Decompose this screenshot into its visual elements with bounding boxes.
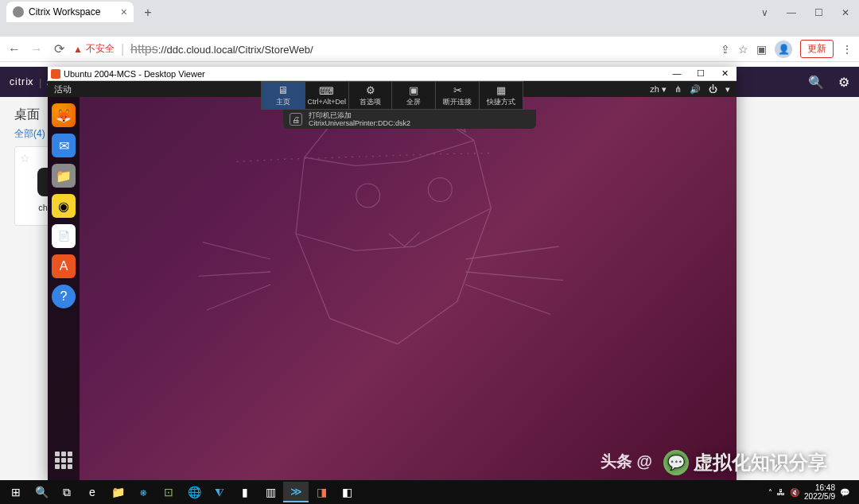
- network-icon[interactable]: ⋔: [674, 84, 682, 95]
- svg-marker-0: [296, 107, 491, 344]
- toolbar-fullscreen-button[interactable]: ▣ 全屏: [392, 82, 436, 109]
- viewer-toolbar: 🖥 主页 ⌨ Ctrl+Alt+Del ⚙ 首选项 ▣ 全屏 ✂ 断开连接 ▦ …: [261, 81, 523, 110]
- svg-point-4: [428, 178, 452, 202]
- toolbar-shortcuts-button[interactable]: ▦ 快捷方式: [480, 82, 523, 109]
- tab-close-icon[interactable]: ×: [121, 6, 127, 18]
- toolbar-cad-button[interactable]: ⌨ Ctrl+Alt+Del: [305, 82, 349, 109]
- reload-button[interactable]: ⟳: [51, 41, 67, 56]
- powershell-icon[interactable]: ≫: [283, 482, 309, 502]
- svg-line-9: [465, 272, 563, 281]
- taskview-button[interactable]: ⧉: [54, 482, 80, 502]
- favorite-star-icon[interactable]: ☆: [20, 152, 30, 165]
- app2-icon[interactable]: ▥: [258, 482, 283, 502]
- chrome-icon[interactable]: 🌐: [181, 482, 207, 502]
- browser-tab[interactable]: Citrix Workspace ×: [6, 2, 134, 22]
- new-tab-button[interactable]: +: [138, 3, 157, 22]
- svg-line-7: [207, 285, 270, 310]
- power-icon[interactable]: ⏻: [709, 84, 717, 94]
- xen-icon[interactable]: ⊡: [156, 482, 181, 502]
- watermark-text: 虚拟化知识分享: [694, 450, 827, 475]
- notifications-icon[interactable]: 💬: [840, 488, 849, 497]
- watermark: 💬 虚拟化知识分享: [663, 450, 827, 475]
- ubuntu-desktop[interactable]: [48, 97, 737, 480]
- app4-icon[interactable]: ◧: [334, 482, 360, 502]
- show-applications-button[interactable]: [52, 448, 76, 472]
- viewer-minimize-button[interactable]: —: [665, 68, 689, 79]
- security-label: 不安全: [86, 42, 115, 56]
- activities-button[interactable]: 活动: [54, 83, 72, 95]
- dock-help[interactable]: ?: [52, 285, 76, 308]
- dock-libreoffice[interactable]: 📄: [52, 224, 76, 248]
- tab-title: Citrix Workspace: [29, 6, 100, 17]
- tray-network-icon[interactable]: 🖧: [777, 488, 785, 497]
- search-icon[interactable]: 🔍: [808, 75, 824, 90]
- viewer-title: Ubuntu 2004-MCS - Desktop Viewer: [64, 69, 205, 79]
- svg-line-5: [203, 242, 270, 259]
- app3-icon[interactable]: ◨: [309, 482, 334, 502]
- monitor-icon: 🖥: [278, 84, 288, 96]
- maximize-button[interactable]: ☐: [805, 3, 832, 22]
- chrome-menu-icon[interactable]: ∨: [751, 3, 778, 22]
- chevron-down-icon[interactable]: ▾: [725, 84, 730, 95]
- bookmark-icon[interactable]: ☆: [738, 43, 748, 56]
- kebab-menu-icon[interactable]: ⋮: [842, 43, 853, 56]
- filter-all[interactable]: 全部(4): [14, 127, 45, 141]
- toolbar-disconnect-button[interactable]: ✂ 断开连接: [436, 82, 480, 109]
- svg-point-3: [356, 184, 380, 207]
- printer-notification[interactable]: 🖨 打印机已添加 CitrixUniversalPrinter:DDC:dsk2: [283, 110, 536, 129]
- terminal-icon[interactable]: ▮: [232, 482, 258, 502]
- extensions-icon[interactable]: ▣: [756, 43, 767, 56]
- explorer-icon[interactable]: 📁: [105, 482, 130, 502]
- notif-title: 打印机已添加: [309, 112, 410, 119]
- page-title: 桌面: [14, 107, 40, 123]
- dock-thunderbird[interactable]: ✉: [52, 134, 76, 157]
- input-method[interactable]: zh ▾: [650, 84, 667, 95]
- profile-avatar[interactable]: 👤: [775, 41, 792, 58]
- wallpaper-fossa-icon: [175, 97, 620, 463]
- start-button[interactable]: ⊞: [3, 482, 29, 502]
- svg-line-6: [198, 272, 270, 276]
- dock-files[interactable]: 📁: [52, 164, 76, 188]
- vscode-icon[interactable]: ⧨: [207, 482, 232, 502]
- security-indicator[interactable]: ▲ 不安全: [73, 42, 115, 56]
- dock-firefox[interactable]: 🦊: [52, 103, 76, 127]
- dock-rhythmbox[interactable]: ◉: [52, 194, 76, 218]
- url-display[interactable]: https://ddc.cloud.local/Citrix/StoreWeb/: [130, 42, 313, 56]
- wechat-icon: 💬: [663, 450, 689, 475]
- fullscreen-icon: ▣: [409, 84, 418, 96]
- share-icon[interactable]: ⇪: [721, 43, 730, 56]
- app-icon[interactable]: ⎈: [130, 482, 156, 502]
- ie-icon[interactable]: e: [80, 482, 105, 502]
- ubuntu-icon: [51, 69, 60, 79]
- windows-taskbar: ⊞ 🔍 ⧉ e 📁 ⎈ ⊡ 🌐 ⧨ ▮ ▥ ≫ ◨ ◧ ˄ 🖧 🔇 16:48 …: [0, 480, 859, 504]
- toolbar-prefs-button[interactable]: ⚙ 首选项: [349, 82, 393, 109]
- grid-icon: ▦: [496, 84, 506, 96]
- tab-favicon-icon: [13, 6, 24, 17]
- ubuntu-dock: 🦊 ✉ 📁 ◉ 📄 A ?: [48, 97, 80, 480]
- viewer-maximize-button[interactable]: ☐: [689, 68, 713, 79]
- minimize-button[interactable]: —: [778, 3, 805, 22]
- gears-icon: ⚙: [366, 84, 375, 96]
- search-button[interactable]: 🔍: [29, 482, 54, 502]
- taskbar-clock[interactable]: 16:48 2022/5/9: [804, 483, 835, 501]
- viewer-close-button[interactable]: ✕: [713, 68, 737, 79]
- watermark-prefix: 头条 @: [601, 451, 652, 472]
- viewer-titlebar[interactable]: Ubuntu 2004-MCS - Desktop Viewer — ☐ ✕: [48, 67, 737, 81]
- toolbar-home-button[interactable]: 🖥 主页: [262, 82, 305, 109]
- notif-body: CitrixUniversalPrinter:DDC:dsk2: [309, 120, 410, 127]
- citrix-logo: citrⅸ: [10, 76, 34, 87]
- tray-volume-icon[interactable]: 🔇: [790, 488, 799, 497]
- forward-button[interactable]: →: [29, 42, 45, 56]
- gear-icon[interactable]: ⚙: [838, 75, 849, 90]
- address-bar: ← → ⟳ ▲ 不安全 | https://ddc.cloud.local/Ci…: [0, 37, 859, 62]
- printer-icon: 🖨: [290, 113, 302, 126]
- tray-up-icon[interactable]: ˄: [768, 488, 772, 497]
- window-controls: ∨ — ☐ ✕: [751, 3, 859, 22]
- volume-icon[interactable]: 🔊: [690, 84, 701, 95]
- update-button[interactable]: 更新: [800, 40, 834, 58]
- back-button[interactable]: ←: [6, 42, 22, 56]
- svg-line-10: [465, 285, 550, 314]
- dock-software[interactable]: A: [52, 254, 76, 278]
- tab-strip: Citrix Workspace × + ∨ — ☐ ✕: [0, 0, 859, 22]
- close-button[interactable]: ✕: [832, 3, 859, 22]
